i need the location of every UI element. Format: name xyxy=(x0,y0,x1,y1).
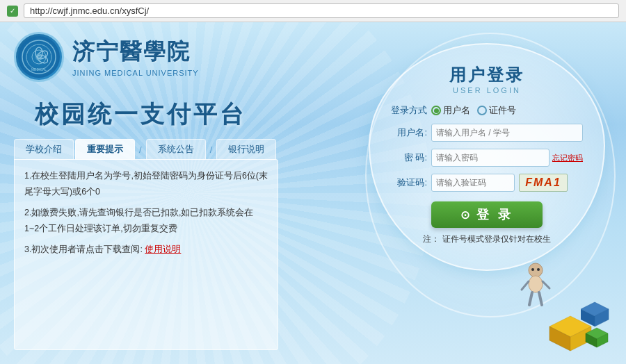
username-row: 用户名: xyxy=(391,124,583,142)
radio-group: 用户名 证件号 xyxy=(431,104,516,117)
svg-point-23 xyxy=(531,268,534,271)
method-label: 登录方式 xyxy=(391,104,427,117)
url-display[interactable]: http://cwjf.jnmc.edu.cn/xysfCj/ xyxy=(24,3,619,18)
nav-tabs: 学校介绍 重要提示 / 系统公告 / 银行说明 xyxy=(14,139,276,160)
school-name-english: JINING MEDICAL UNIVERSITY xyxy=(72,69,199,77)
tab-important-notice[interactable]: 重要提示 xyxy=(75,139,135,160)
username-input[interactable] xyxy=(431,124,583,142)
school-logo: MEDICAL xyxy=(14,32,64,82)
content-text-2: 2.如缴费失败,请先查询银行是否已扣款,如已扣款系统会在1~2个工作日处理该订单… xyxy=(24,208,253,233)
login-title: 用户登录 xyxy=(391,64,583,86)
svg-point-18 xyxy=(529,276,543,292)
nav-separator-2: / xyxy=(207,144,216,155)
svg-point-6 xyxy=(35,53,42,60)
radio-idcard-label: 证件号 xyxy=(489,104,516,117)
svg-point-24 xyxy=(537,268,540,271)
login-panel: 用户登录 USER LOGIN 登录方式 用户名 证件号 用户名: 密 xyxy=(369,43,605,271)
login-button-label: 登 录 xyxy=(476,206,513,223)
forgot-password-link[interactable]: 忘记密码 xyxy=(552,153,583,163)
robot-svg xyxy=(518,262,553,311)
password-row: 密 码: 忘记密码 xyxy=(391,149,583,167)
content-text-1: 1.在校生登陆用户名为学号,初始登陆密码为身份证号后6位(末尾字母大写)或6个0 xyxy=(24,171,268,197)
svg-line-20 xyxy=(539,292,542,305)
captcha-label: 验证码: xyxy=(391,176,427,189)
password-label: 密 码: xyxy=(391,151,427,164)
main-content: MEDICAL 济宁醫學院 JINING MEDICAL UNIVERSITY … xyxy=(0,22,626,364)
content-item-2: 2.如缴费失败,请先查询银行是否已扣款,如已扣款系统会在1~2个工作日处理该订单… xyxy=(24,205,268,236)
radio-username-dot[interactable] xyxy=(431,106,441,115)
logo-inner: MEDICAL xyxy=(18,36,60,78)
captcha-row: 验证码: FMA1 xyxy=(391,174,583,192)
content-text-3-prefix: 3.初次使用者请点击下载查阅: xyxy=(24,245,143,254)
login-button-icon: ⊙ xyxy=(460,208,472,222)
svg-line-21 xyxy=(522,281,529,290)
svg-line-22 xyxy=(543,281,549,288)
login-subtitle: USER LOGIN xyxy=(391,86,583,94)
login-note: 注： 证件号模式登录仅针对在校生 xyxy=(391,233,583,245)
school-name: 济宁醫學院 JINING MEDICAL UNIVERSITY xyxy=(72,37,199,77)
security-icon: ✓ xyxy=(7,6,18,17)
captcha-image[interactable]: FMA1 xyxy=(519,174,568,192)
platform-title: 校园统一支付平台 xyxy=(35,99,246,131)
note-text: 证件号模式登录仅针对在校生 xyxy=(442,234,551,244)
note-prefix: 注： xyxy=(423,234,440,244)
radio-username-label: 用户名 xyxy=(443,104,470,117)
content-item-1: 1.在校生登陆用户名为学号,初始登陆密码为身份证号后6位(末尾字母大写)或6个0 xyxy=(24,168,268,199)
svg-line-19 xyxy=(529,292,532,305)
svg-point-17 xyxy=(529,263,543,277)
radio-idcard[interactable]: 证件号 xyxy=(477,104,516,117)
content-item-3: 3.初次使用者请点击下载查阅: 使用说明 xyxy=(24,242,268,258)
password-input[interactable] xyxy=(431,149,549,167)
usage-guide-link[interactable]: 使用说明 xyxy=(145,245,181,254)
nav-separator-1: / xyxy=(136,144,145,155)
radio-idcard-dot[interactable] xyxy=(477,106,487,115)
tab-system-notice[interactable]: 系统公告 xyxy=(146,139,206,160)
username-label: 用户名: xyxy=(391,126,427,139)
tab-school-intro[interactable]: 学校介绍 xyxy=(14,139,74,160)
login-method-row: 登录方式 用户名 证件号 xyxy=(391,104,583,117)
login-button[interactable]: ⊙ 登 录 xyxy=(431,201,543,228)
radio-username[interactable]: 用户名 xyxy=(431,104,470,117)
tab-bank-info[interactable]: 银行说明 xyxy=(216,139,276,160)
robot-figure xyxy=(518,262,553,315)
captcha-input[interactable] xyxy=(431,174,515,192)
address-bar: ✓ http://cwjf.jnmc.edu.cn/xysfCj/ xyxy=(0,0,626,22)
school-name-chinese: 济宁醫學院 xyxy=(72,37,199,67)
content-panel: 1.在校生登陆用户名为学号,初始登陆密码为身份证号后6位(末尾字母大写)或6个0… xyxy=(14,159,278,350)
svg-text:MEDICAL: MEDICAL xyxy=(31,67,47,72)
